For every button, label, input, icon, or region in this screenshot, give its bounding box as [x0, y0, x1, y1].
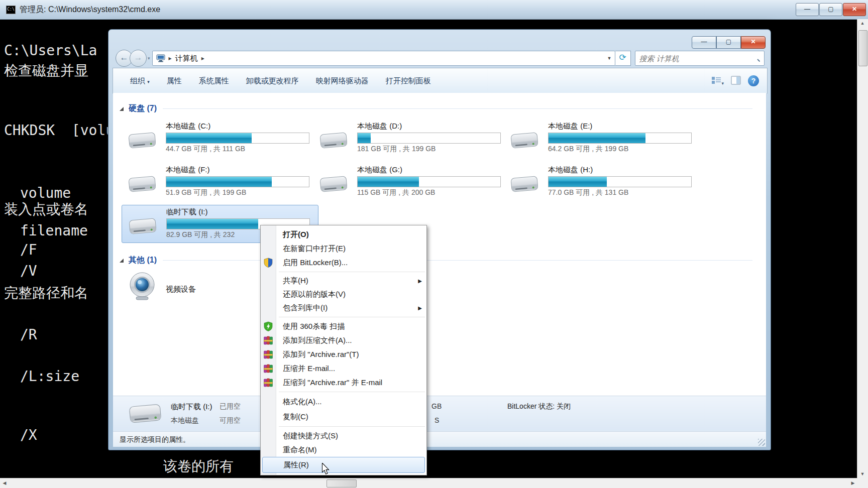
hard-drive-icon [510, 128, 539, 153]
console-line: C:\Users\La [4, 42, 97, 59]
menu-item-compress-to-rar-and-email[interactable]: 压缩到 "Archive.rar" 并 E-mail [261, 376, 426, 390]
details-free-label: 可用空 [220, 416, 241, 425]
scroll-left-arrow[interactable]: ◀ [0, 478, 9, 488]
explorer-caption-buttons: — ▢ ✕ [692, 36, 766, 49]
cmd-horizontal-scrollbar[interactable]: ◀ ▶ [0, 478, 857, 488]
console-line: 装入点或卷名 [4, 200, 88, 219]
menu-item-add-to-archive[interactable]: 添加到压缩文件(A)... [261, 333, 426, 347]
drive-name: 本地磁盘 (F:) [166, 165, 309, 176]
breadcrumb-computer[interactable]: 计算机 [175, 54, 198, 63]
console-line: filename [20, 222, 88, 239]
breadcrumb-arrow-icon: ▶ [169, 56, 172, 61]
scroll-up-arrow[interactable]: ▲ [857, 19, 867, 28]
hard-drive-icon [128, 213, 157, 238]
toolbar-properties[interactable]: 属性 [167, 76, 182, 86]
capacity-bar [548, 176, 692, 187]
toolbar-system-properties[interactable]: 系统属性 [199, 76, 229, 86]
console-line: 完整路径和名 [4, 284, 88, 303]
toolbar-open-control-panel[interactable]: 打开控制面板 [386, 76, 431, 86]
resize-grip[interactable] [758, 439, 765, 446]
winrar-icon [263, 349, 273, 359]
menu-item-add-to-archive-rar[interactable]: 添加到 "Archive.rar"(T) [261, 347, 426, 361]
drive-name: 本地磁盘 (G:) [357, 165, 501, 176]
drive-capacity-text: 115 GB 可用 , 共 200 GB [357, 188, 501, 197]
cmd-titlebar[interactable]: C:\ 管理员: C:\Windows\system32\cmd.exe — ▢… [0, 0, 868, 20]
views-button[interactable]: ▾ [711, 76, 724, 86]
webcam-icon [128, 272, 157, 303]
address-bar[interactable]: ▶ 计算机 ▶ ▼ [152, 51, 615, 66]
help-button[interactable]: ? [748, 75, 759, 86]
menu-item-rename[interactable]: 重命名(M) [261, 443, 426, 457]
toolbar-map-network-drive[interactable]: 映射网络驱动器 [316, 76, 369, 86]
address-dropdown-icon[interactable]: ▼ [607, 56, 612, 61]
device-name: 视频设备 [166, 285, 196, 295]
console-line: /F [20, 241, 37, 258]
hard-drive-icon [128, 171, 157, 196]
drive-tile-f[interactable]: 本地磁盘 (F:) 51.9 GB 可用 , 共 199 GB [128, 165, 308, 197]
menu-item-properties[interactable]: 属性(R) [262, 457, 425, 473]
details-bitlocker-status: BitLocker 状态: 关闭 [507, 402, 571, 411]
drive-tile-h[interactable]: 本地磁盘 (H:) 77.0 GB 可用 , 共 131 GB [510, 165, 691, 197]
drive-tile-d[interactable]: 本地磁盘 (D:) 181 GB 可用 , 共 199 GB [319, 121, 500, 154]
recent-pages-dropdown-icon[interactable]: ▾ [148, 56, 150, 61]
menu-item-copy[interactable]: 复制(C) [261, 409, 426, 424]
cmd-caption-buttons: — ▢ ✕ [796, 3, 866, 16]
search-input[interactable] [635, 54, 750, 63]
capacity-bar [548, 133, 692, 144]
drive-capacity-text: 77.0 GB 可用 , 共 131 GB [548, 188, 692, 197]
details-used-label: 已用空 [220, 402, 241, 411]
menu-item-share[interactable]: 共享(H) ▶ [261, 274, 426, 288]
group-header-other[interactable]: 其他 (1) [120, 255, 763, 266]
search-box[interactable] [635, 51, 765, 66]
hard-drive-icon [510, 171, 539, 196]
toolbar-uninstall-program[interactable]: 卸载或更改程序 [246, 76, 299, 86]
menu-item-scan-360[interactable]: 使用 360杀毒 扫描 [261, 319, 426, 333]
explorer-close-button[interactable]: ✕ [741, 36, 766, 49]
menu-separator [279, 272, 425, 272]
menu-item-format[interactable]: 格式化(A)... [261, 394, 426, 409]
search-icon [752, 54, 761, 62]
collapse-triangle-icon[interactable] [120, 259, 124, 263]
drive-tile-c[interactable]: 本地磁盘 (C:) 44.7 GB 可用 , 共 111 GB [128, 121, 308, 154]
menu-item-open-new-window[interactable]: 在新窗口中打开(E) [261, 241, 426, 256]
mouse-cursor [321, 463, 330, 475]
toolbar-organize[interactable]: 组织 ▾ [130, 76, 150, 86]
scroll-down-arrow[interactable]: ▼ [857, 470, 867, 478]
menu-item-open[interactable]: 打开(O) [261, 227, 426, 241]
cmd-maximize-button[interactable]: ▢ [819, 3, 842, 16]
scroll-thumb[interactable] [858, 30, 867, 66]
drive-capacity-text: 64.2 GB 可用 , 共 199 GB [548, 145, 692, 154]
forward-button[interactable]: → [130, 50, 147, 67]
capacity-bar [166, 176, 309, 187]
scroll-thumb[interactable] [327, 479, 357, 487]
menu-item-enable-bitlocker[interactable]: 启用 BitLocker(B)... [261, 256, 426, 270]
cmd-minimize-button[interactable]: — [796, 3, 819, 16]
refresh-button[interactable]: ⟳ [615, 51, 631, 66]
explorer-maximize-button[interactable]: ▢ [716, 36, 741, 49]
cmd-vertical-scrollbar[interactable]: ▲ ▼ [857, 19, 868, 478]
group-header-hard-disks[interactable]: 硬盘 (7) [120, 103, 763, 114]
hard-drive-icon [319, 128, 348, 153]
scrollbar-corner [857, 478, 868, 488]
submenu-arrow-icon: ▶ [418, 305, 422, 311]
preview-pane-button[interactable] [731, 76, 741, 86]
cmd-close-button[interactable]: ✕ [843, 3, 866, 16]
details-unit-fragment: GB [431, 402, 442, 410]
drive-tile-e[interactable]: 本地磁盘 (E:) 64.2 GB 可用 , 共 199 GB [510, 121, 691, 154]
menu-item-restore-previous-versions[interactable]: 还原以前的版本(V) [261, 288, 426, 301]
menu-item-compress-and-email[interactable]: 压缩并 E-mail... [261, 361, 426, 376]
command-toolbar: 组织 ▾ 属性 系统属性 卸载或更改程序 映射网络驱动器 打开控制面板 ▾ ? [113, 68, 768, 94]
drive-capacity-text: 44.7 GB 可用 , 共 111 GB [166, 145, 309, 154]
drive-tile-g[interactable]: 本地磁盘 (G:) 115 GB 可用 , 共 200 GB [319, 165, 500, 197]
breadcrumb-arrow-icon[interactable]: ▶ [201, 56, 204, 61]
scroll-right-arrow[interactable]: ▶ [848, 478, 857, 488]
console-line: 检查磁盘并显 [4, 61, 88, 80]
collapse-triangle-icon[interactable] [120, 107, 124, 111]
menu-item-create-shortcut[interactable]: 创建快捷方式(S) [261, 429, 426, 443]
details-item-name: 临时下载 (I:) [171, 402, 212, 412]
menu-item-include-in-library[interactable]: 包含到库中(I) ▶ [261, 301, 426, 315]
context-menu: 打开(O) 在新窗口中打开(E) 启用 BitLocker(B)... 共享(H… [260, 225, 427, 475]
desktop-screen: C:\ 管理员: C:\Windows\system32\cmd.exe — ▢… [0, 0, 868, 488]
explorer-minimize-button[interactable]: — [692, 36, 716, 49]
winrar-icon [263, 335, 273, 345]
